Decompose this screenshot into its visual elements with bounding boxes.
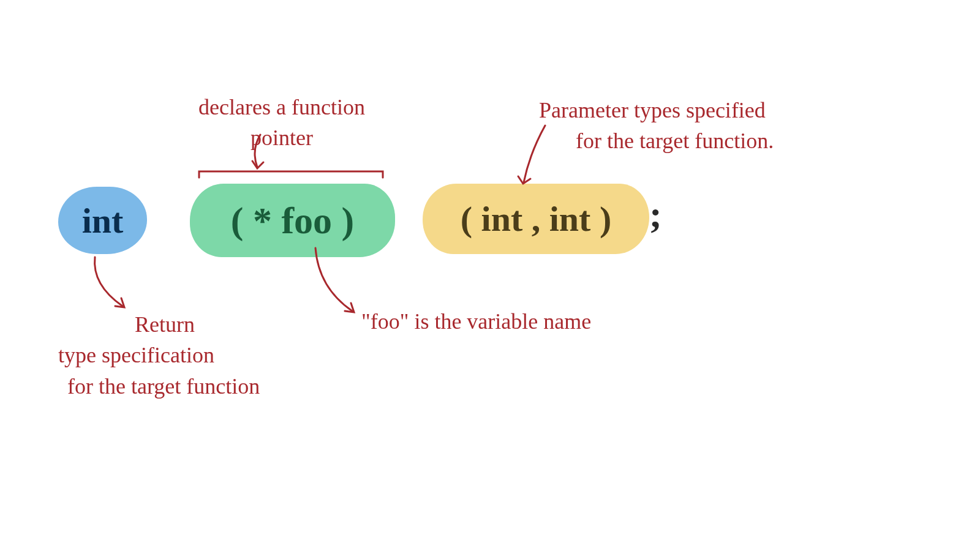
bracket-over-pointer (196, 168, 386, 181)
annotation-parameter-types: Parameter types specified for the target… (539, 95, 858, 157)
annotation-param-line1: Parameter types specified (539, 95, 858, 126)
annotation-return-type: Return type specification for the target… (58, 309, 352, 402)
annotation-return-line2: type specification (58, 340, 352, 370)
pointer-declaration-blob: ( * foo ) (190, 184, 395, 257)
annotation-return-line1: Return (58, 309, 352, 340)
arrow-return-type (80, 254, 153, 315)
annotation-declares-pointer-text: declares a function pointer (198, 95, 365, 150)
pointer-declaration-text: ( * foo ) (231, 199, 354, 242)
return-type-text: int (82, 200, 124, 241)
annotation-variable-name: "foo" is the variable name (361, 306, 637, 337)
annotation-variable-name-text: "foo" is the variable name (361, 309, 591, 334)
return-type-blob: int (58, 187, 147, 254)
annotation-return-line3: for the target function (58, 371, 352, 402)
function-pointer-diagram: int ( * foo ) ( int , int ) ; declares a… (0, 0, 980, 551)
semicolon: ; (649, 193, 662, 236)
annotation-declares-pointer: declares a function pointer (168, 92, 395, 154)
parameters-blob: ( int , int ) (423, 184, 649, 254)
annotation-param-line2: for the target function. (539, 126, 858, 156)
parameters-text: ( int , int ) (461, 198, 612, 239)
